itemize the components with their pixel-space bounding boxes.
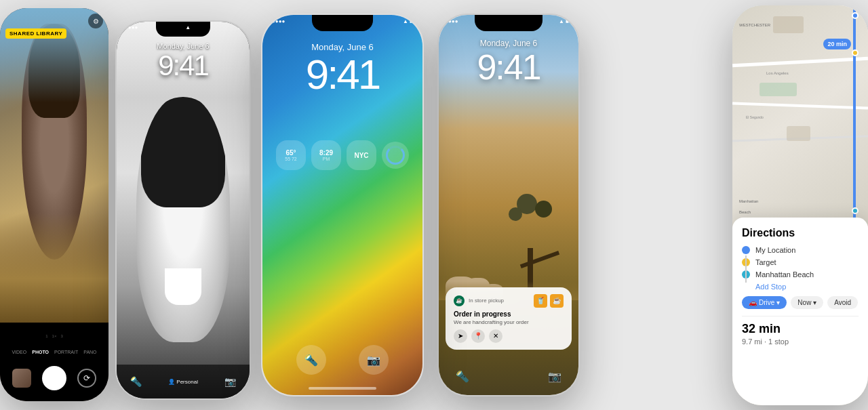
avoid-button[interactable]: Avoid [827, 296, 858, 309]
signal-indicator: ●●●● [125, 24, 138, 30]
camera-button[interactable]: 📷 [359, 345, 389, 375]
manhattan-beach-label: Manhattan Beach [755, 270, 859, 279]
lockscreen-time-area: Monday, June 6 9:41 [262, 42, 422, 96]
lockscreen-time: Monday, June 6 9:41 [117, 42, 250, 80]
navigate-button[interactable]: ➤ [454, 329, 467, 343]
lockscreen-time-display: 9:41 [117, 52, 250, 80]
lockscreen-time-display: 9:41 [439, 49, 578, 85]
wifi-indicator: ▲ [185, 24, 191, 30]
chevron-down-icon: ▾ [776, 299, 780, 306]
notification-header: ☕ In store pickup 🥤 ☕ [454, 294, 564, 308]
phone-color-lockscreen: ●●●● ▲ ■ Monday, June 6 9:41 65° 55 72 8… [261, 14, 424, 396]
profile-icon: 👤 [168, 379, 175, 385]
settings-icon[interactable]: ⚙ [88, 14, 103, 28]
route-time-badge: 20 min [823, 39, 851, 49]
signal-indicator: ●●● [448, 18, 458, 24]
filter-dots: 1 1× 3 [45, 334, 63, 338]
lockscreen-date: Monday, June 6 [439, 39, 578, 48]
eta-display: 32 min [742, 322, 859, 336]
distance-display: 9.7 mi · 1 stop [742, 337, 859, 346]
status-bar: ●●●● ▲ ■ [272, 18, 413, 24]
lockscreen-widgets: 65° 55 72 8:29 PM NYC [276, 140, 409, 170]
phone-camera: SHARED LIBRARY ⚙ 1 1× 3 VIDEO PHOTO PORT… [0, 8, 108, 401]
right-status: ▲ ■ [559, 18, 569, 24]
my-location-label: My Location [755, 246, 859, 254]
time-widget: 8:29 PM [311, 140, 341, 170]
phone-joshua-tree: ●●● ▲ ■ Monday, June 6 9:41 ☕ In store p… [437, 14, 580, 396]
close-notif-button[interactable]: ✕ [489, 329, 502, 343]
shutter-button[interactable] [42, 366, 66, 390]
camera-viewfinder [0, 8, 108, 323]
notification-food-icons: 🥤 ☕ [534, 294, 564, 308]
status-bar: ●●●● ▲ ■ [125, 24, 241, 30]
right-status: ▲ ■ [403, 18, 413, 24]
food-icon-1: 🥤 [534, 294, 547, 308]
car-icon: 🚗 [749, 299, 757, 306]
notification-app-name: In store pickup [469, 298, 530, 304]
nyc-widget: NYC [347, 140, 376, 170]
signal-indicator: ●●●● [272, 18, 285, 24]
activity-widget [382, 142, 409, 169]
weather-widget: 65° 55 72 [276, 140, 306, 170]
notification-actions[interactable]: ➤ 📍 ✕ [454, 329, 564, 343]
route-stop-3: Manhattan Beach [742, 270, 859, 279]
camera-bottom-bar: 1 1× 3 VIDEO PHOTO PORTRAIT PANO ⟳ [0, 323, 108, 401]
flashlight-button[interactable]: 🔦 [456, 370, 469, 383]
status-bar: ●●● ▲ ■ [448, 18, 569, 24]
map-pin-button[interactable]: 📍 [471, 329, 485, 343]
lockscreen-quick-actions: 🔦 📷 [262, 345, 422, 375]
shared-library-badge: SHARED LIBRARY [5, 28, 66, 39]
route-options-row: 🚗 Drive ▾ Now ▾ Avoid [742, 296, 859, 309]
route-stop-1: My Location [742, 246, 859, 254]
profile-label: 👤 Personal [168, 379, 198, 385]
phones-container: SHARED LIBRARY ⚙ 1 1× 3 VIDEO PHOTO PORT… [0, 0, 868, 410]
add-stop-button[interactable]: Add Stop [755, 283, 859, 291]
divider [742, 316, 859, 316]
notification-body: We are handcrafting your order [454, 319, 564, 325]
photo-mode-tab[interactable]: PHOTO [32, 350, 49, 354]
flip-camera-button[interactable]: ⟳ [77, 369, 96, 388]
starbucks-icon: ☕ [454, 295, 465, 306]
food-icon-2: ☕ [550, 294, 564, 308]
route-stop-2: Target [742, 258, 859, 266]
lockscreen-time-area: Monday, June 6 9:41 [439, 39, 578, 85]
lockscreen-time-display: 9:41 [262, 54, 422, 96]
lockscreen-bottom: 🔦 📷 [439, 358, 578, 395]
target-label: Target [755, 258, 859, 266]
phone-maps: WESTCHESTER Los Angeles El Segundo Manha… [732, 5, 868, 405]
flashlight-button[interactable]: 🔦 [296, 345, 326, 375]
camera-button[interactable]: 📷 [548, 370, 561, 383]
flashlight-button[interactable]: 🔦 [130, 376, 142, 387]
thumbnail[interactable] [12, 369, 31, 388]
phone-bw-lockscreen: ●●●● ▲ ■ Monday, June 6 9:41 🔦 👤 Persona… [115, 20, 251, 400]
starbucks-notification[interactable]: ☕ In store pickup 🥤 ☕ Order in progress … [446, 287, 572, 350]
lockscreen-bottom: 🔦 👤 Personal 📷 [117, 365, 250, 398]
camera-button[interactable]: 📷 [224, 376, 236, 387]
video-mode-tab[interactable]: VIDEO [12, 350, 26, 354]
map-view[interactable]: WESTCHESTER Los Angeles El Segundo Manha… [732, 5, 868, 226]
camera-mode-tabs: VIDEO PHOTO PORTRAIT PANO [12, 350, 96, 354]
my-location-dot [742, 246, 750, 254]
camera-controls: ⚙ [88, 14, 103, 28]
target-pin [852, 49, 859, 56]
notification-title: Order in progress [454, 310, 564, 318]
home-indicator[interactable] [309, 387, 376, 390]
portrait-mode-tab[interactable]: PORTRAIT [54, 350, 78, 354]
pano-mode-tab[interactable]: PANO [83, 350, 96, 354]
now-button[interactable]: Now ▾ [791, 296, 823, 309]
drive-button[interactable]: 🚗 Drive ▾ [742, 296, 787, 309]
directions-panel: Directions My Location Target [732, 218, 868, 405]
directions-title: Directions [742, 227, 859, 239]
battery-indicator: ■ [238, 24, 241, 30]
route-start-pin [852, 12, 859, 19]
